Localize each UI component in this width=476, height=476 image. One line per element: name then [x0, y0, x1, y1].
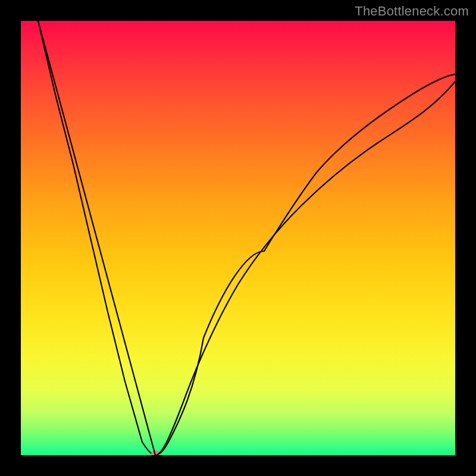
- chart-frame: TheBottleneck.com: [0, 0, 476, 476]
- watermark-text: TheBottleneck.com: [355, 4, 469, 19]
- bottleneck-curve-overlay: [21, 21, 455, 455]
- plot-area: [21, 21, 455, 455]
